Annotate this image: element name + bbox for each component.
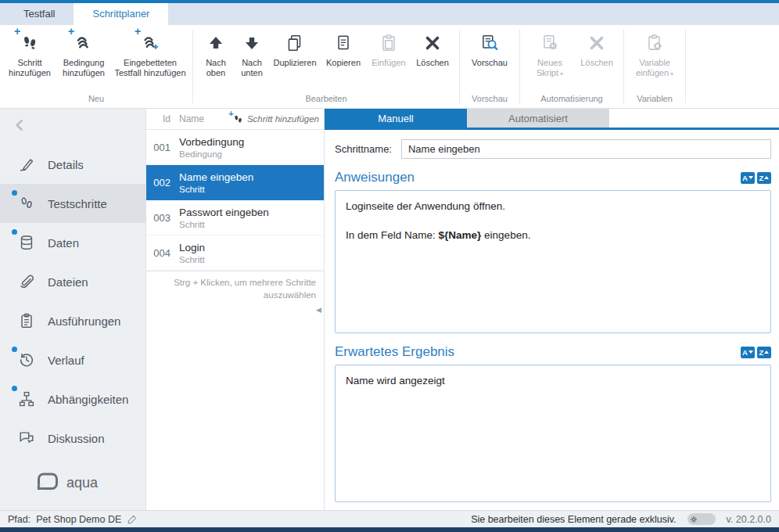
- delete-script-button[interactable]: Löschen: [575, 27, 619, 70]
- notification-dot: [12, 347, 17, 352]
- move-up-button[interactable]: Nach oben: [198, 27, 234, 80]
- sidebar-item-details[interactable]: Details: [0, 145, 145, 184]
- chevron-down-icon: ▾: [560, 70, 563, 77]
- sidebar-item-label: Ausführungen: [48, 315, 120, 328]
- step-row-002[interactable]: 002 Name eingebenSchritt: [146, 165, 324, 200]
- clipboard-checklist-icon: [17, 311, 36, 330]
- condition-add-icon: +: [74, 31, 94, 56]
- step-row-001[interactable]: 001 VorbedingungBedingung: [146, 130, 324, 165]
- arrow-up-icon: [206, 31, 225, 56]
- notification-dot: [12, 190, 17, 196]
- aqua-logo-text: aqua: [66, 475, 98, 491]
- collapse-steps-panel-button[interactable]: ◀: [316, 306, 321, 314]
- insert-variable-button[interactable]: Variable einfügen▾: [629, 27, 680, 80]
- group-label-automatisierung: Automatisierung: [525, 92, 619, 108]
- plus-icon: +: [14, 26, 20, 37]
- text-tool-z-icon[interactable]: Z: [757, 172, 771, 184]
- footprints-icon: [17, 194, 36, 213]
- chevron-down-icon: ▾: [670, 70, 673, 77]
- sidebar-item-ausfuehrungen[interactable]: Ausführungen: [0, 301, 145, 340]
- path-label: Pfad:: [8, 514, 31, 525]
- steps-panel: Id Name + Schritt hinzufügen 001 Vorbedi…: [145, 109, 325, 510]
- delete-button[interactable]: Löschen: [411, 27, 454, 70]
- preview-button[interactable]: Vorschau: [465, 27, 515, 70]
- step-name-input[interactable]: [401, 139, 771, 159]
- ribbon-group-vorschau: Vorschau Vorschau: [461, 25, 518, 108]
- add-embedded-testcase-button[interactable]: + Eingebetteten Testfall hinzufügen: [113, 27, 188, 80]
- steps-list-header: Id Name + Schritt hinzufügen: [146, 109, 324, 130]
- script-gear-icon: [540, 31, 560, 56]
- step-row-003[interactable]: 003 Passwort eingebenSchritt: [146, 200, 324, 235]
- sidebar-item-daten[interactable]: Daten: [0, 223, 145, 262]
- ribbon-separator: [192, 30, 193, 103]
- add-step-inline-button[interactable]: + Schritt hinzufügen: [232, 113, 324, 125]
- plus-icon: +: [135, 26, 141, 37]
- expected-result-header: Erwartetes Ergebnis A Z: [335, 344, 771, 360]
- sidebar-item-label: Details: [48, 158, 84, 171]
- status-bar: Pfad: Pet Shop Demo DE Sie bearbeiten di…: [0, 510, 779, 527]
- instructions-header: Anweisungen A Z: [335, 170, 771, 185]
- path-value[interactable]: Pet Shop Demo DE: [36, 514, 121, 525]
- copy-icon: [333, 31, 354, 56]
- group-label-variablen: Variablen: [629, 92, 680, 108]
- sidebar-item-dateien[interactable]: Dateien: [0, 262, 145, 301]
- add-condition-button[interactable]: + Bedingung hinzufügen: [55, 27, 113, 80]
- step-name-row: Schrittname:: [335, 139, 771, 159]
- ribbon-separator: [685, 30, 686, 103]
- sidebar-item-label: Verlauf: [48, 354, 84, 367]
- preview-label: Vorschau: [472, 58, 508, 68]
- step-row-004[interactable]: 004 LoginSchritt: [146, 235, 324, 271]
- settings-toggle[interactable]: [687, 513, 716, 525]
- collapse-sidebar-button[interactable]: [0, 109, 145, 145]
- main-area: Details Testschritte Daten Dateien Ausfü…: [0, 109, 779, 510]
- sidebar-item-label: Testschritte: [48, 197, 107, 210]
- move-down-label: Nach unten: [235, 58, 268, 78]
- step-name: Vorbedingung: [179, 136, 324, 148]
- expected-result-text: Name wird angezeigt: [346, 374, 760, 389]
- arrow-down-icon: [242, 31, 261, 56]
- variable-token: ${Name}: [439, 229, 482, 241]
- step-id: 003: [146, 212, 176, 224]
- delete-x-icon: [423, 31, 442, 56]
- tab-schrittplaner[interactable]: Schrittplaner: [74, 3, 168, 25]
- copy-button[interactable]: Kopieren: [320, 27, 367, 70]
- version-label: v. 20.2.0.0: [727, 514, 771, 525]
- multi-select-hint: Strg + Klicken, um mehrere Schritte ausz…: [146, 271, 324, 308]
- group-label-bearbeiten: Bearbeiten: [198, 92, 454, 108]
- text-tool-z-icon[interactable]: Z: [757, 347, 771, 358]
- database-icon: [17, 233, 36, 252]
- duplicate-button[interactable]: Duplizieren: [270, 27, 320, 70]
- step-name: Login: [179, 242, 324, 253]
- edit-path-icon[interactable]: [127, 514, 138, 525]
- sidebar-item-label: Diskussion: [48, 432, 105, 445]
- instructions-textarea[interactable]: Loginseite der Anwendung öffnen. In dem …: [335, 190, 771, 333]
- tab-automatisiert[interactable]: Automatisiert: [467, 109, 609, 128]
- sidebar-item-diskussion[interactable]: Diskussion: [0, 419, 145, 458]
- paste-button[interactable]: Einfügen: [367, 27, 411, 70]
- duplicate-label: Duplizieren: [273, 58, 316, 68]
- footprints-add-icon: +: [20, 31, 40, 56]
- delete-script-label: Löschen: [580, 58, 613, 68]
- history-icon: [17, 350, 36, 369]
- step-name: Passwort eingeben: [179, 207, 324, 218]
- text-tool-a-icon[interactable]: A: [741, 172, 755, 184]
- tab-testfall[interactable]: Testfall: [5, 3, 74, 25]
- sidebar-item-abhaengigkeiten[interactable]: Abhängigkeiten: [0, 379, 145, 419]
- editor-tabbar: Manuell Automatisiert: [325, 109, 779, 130]
- ribbon-separator: [519, 30, 520, 103]
- move-down-button[interactable]: Nach unten: [234, 27, 270, 80]
- add-step-inline-label: Schritt hinzufügen: [247, 114, 319, 124]
- preview-magnifier-icon: [479, 31, 500, 56]
- sidebar-item-verlauf[interactable]: Verlauf: [0, 340, 145, 379]
- expected-result-textarea[interactable]: Name wird angezeigt: [335, 365, 771, 502]
- variable-clipboard-icon: [644, 31, 665, 56]
- text-tool-a-icon[interactable]: A: [741, 347, 755, 358]
- sidebar-item-testschritte[interactable]: Testschritte: [0, 184, 145, 223]
- instructions-title: Anweisungen: [335, 170, 415, 185]
- duplicate-icon: [285, 31, 305, 56]
- tab-manuell[interactable]: Manuell: [325, 109, 467, 128]
- step-type: Schritt: [179, 220, 324, 229]
- add-step-button[interactable]: + Schritt hinzufügen: [5, 27, 55, 80]
- step-name-label: Schrittname:: [335, 143, 392, 155]
- new-script-button[interactable]: Neues Skript▾: [525, 27, 575, 80]
